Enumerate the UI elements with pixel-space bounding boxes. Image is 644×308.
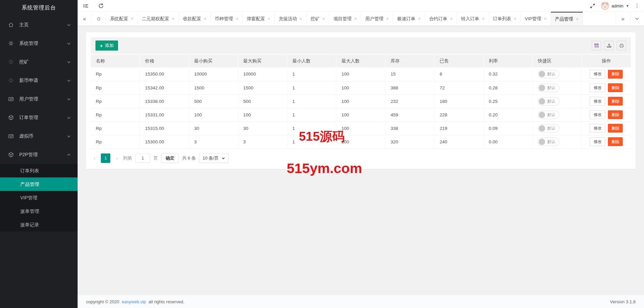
default-toggle[interactable]: 默认: [538, 84, 559, 92]
delete-button[interactable]: 删除: [608, 137, 623, 146]
collapse-sidebar-icon[interactable]: [83, 3, 89, 9]
delete-button[interactable]: 删除: [608, 70, 623, 79]
close-tab-icon[interactable]: ×: [268, 16, 270, 21]
cell-operations: 修改删除: [582, 81, 631, 94]
close-tab-icon[interactable]: ×: [450, 16, 453, 21]
goto-page-input[interactable]: [135, 153, 150, 163]
sidebar-subitem-order-list[interactable]: 订单列表: [0, 164, 78, 177]
default-toggle[interactable]: 默认: [538, 124, 559, 133]
close-tab-icon[interactable]: ×: [323, 16, 325, 21]
edit-button[interactable]: 修改: [590, 97, 605, 106]
tab-9[interactable]: 极速订单×: [393, 12, 425, 26]
close-tab-icon[interactable]: ×: [300, 16, 302, 21]
close-tab-icon[interactable]: ×: [172, 16, 175, 21]
close-tab-icon[interactable]: ×: [354, 16, 357, 21]
cube-icon: [8, 152, 14, 158]
confirm-page-button[interactable]: 确定: [161, 153, 179, 163]
edit-button[interactable]: 修改: [590, 70, 605, 79]
default-toggle[interactable]: 默认: [538, 138, 559, 146]
tab-10[interactable]: 合约订单×: [425, 12, 457, 26]
next-page-icon[interactable]: ›: [114, 155, 120, 161]
delete-button[interactable]: 删除: [608, 124, 623, 133]
tab-3[interactable]: 币种管理×: [211, 12, 243, 26]
sidebar-subitem-dispatch-record[interactable]: 派单记录: [0, 218, 78, 231]
delete-button[interactable]: 删除: [608, 83, 623, 92]
toggle-label: 默认: [545, 99, 558, 104]
cell-name: Rp: [91, 94, 140, 108]
close-tab-icon[interactable]: ×: [544, 16, 547, 21]
refresh-icon[interactable]: [98, 3, 104, 9]
tab-11[interactable]: 转入订单×: [457, 12, 489, 26]
sidebar-subitem-product-manage[interactable]: 产品管理: [0, 177, 78, 191]
tab-14[interactable]: 产品管理×: [551, 12, 583, 26]
sidebar-item-system[interactable]: 系统管理: [0, 34, 78, 53]
tab-13[interactable]: VIP管理×: [521, 12, 551, 26]
edit-button[interactable]: 修改: [590, 110, 605, 119]
table-row: Rp15331.0010010011004592280.20默认修改删除: [91, 108, 631, 121]
sidebar-item-mining[interactable]: 挖矿: [0, 53, 78, 71]
delete-button[interactable]: 删除: [608, 97, 623, 106]
tab-7[interactable]: 项目管理×: [329, 12, 361, 26]
default-toggle[interactable]: 默认: [538, 97, 559, 106]
tab-0[interactable]: 系统配置×: [106, 12, 138, 26]
column-filter-button[interactable]: [592, 41, 601, 50]
close-tab-icon[interactable]: ×: [236, 16, 239, 21]
tab-5[interactable]: 充值活动×: [275, 12, 307, 26]
close-tab-icon[interactable]: ×: [204, 16, 206, 21]
edit-button[interactable]: 修改: [590, 137, 605, 146]
close-tab-icon[interactable]: ×: [418, 16, 421, 21]
scroll-tabs-left-icon[interactable]: «: [78, 12, 92, 26]
table-row: Rp15350.00100001000011001560.32默认修改删除: [91, 67, 631, 81]
tab-label: 二元期权配置: [142, 16, 169, 22]
add-button[interactable]: + 添加: [95, 40, 118, 51]
edit-button[interactable]: 修改: [590, 83, 605, 92]
edit-button[interactable]: 修改: [590, 124, 605, 133]
chevron-down-icon: [67, 60, 71, 64]
more-options-icon[interactable]: ⋮: [635, 3, 639, 9]
scroll-tabs-right-icon[interactable]: »: [616, 12, 630, 26]
close-tab-icon[interactable]: ×: [482, 16, 485, 21]
sidebar-item-user-manage[interactable]: 用户管理: [0, 90, 78, 108]
top-header: admin ▼ ⋮: [78, 0, 644, 11]
table-row: Rp15300.003311003202400.00默认修改删除: [91, 135, 631, 148]
sidebar-item-label: 主页: [19, 22, 67, 28]
delete-button[interactable]: 删除: [608, 110, 623, 119]
user-menu[interactable]: admin ▼: [601, 2, 629, 10]
sidebar-item-home[interactable]: 主页: [0, 16, 78, 34]
close-tab-icon[interactable]: ×: [576, 17, 579, 22]
fullscreen-icon[interactable]: [590, 3, 595, 9]
default-toggle[interactable]: 默认: [538, 111, 559, 119]
print-button[interactable]: [617, 41, 626, 50]
export-button[interactable]: [604, 41, 614, 50]
page-size-select[interactable]: 10 条/页: [199, 153, 228, 163]
sidebar-item-order-manage[interactable]: 订单管理: [0, 108, 78, 127]
sidebar-item-virtual-coin[interactable]: 虚拟币: [0, 127, 78, 145]
cell-max_buy: 500: [238, 94, 287, 108]
chevron-down-icon: [67, 41, 71, 46]
sidebar-item-p2p-manage[interactable]: P2P管理: [0, 145, 78, 164]
cell-stock: 459: [385, 108, 435, 121]
copyright-link[interactable]: easyweb.vip: [122, 299, 146, 304]
sidebar-subitem-dispatch-manage[interactable]: 派单管理: [0, 204, 78, 218]
tab-6[interactable]: 挖矿×: [307, 12, 330, 26]
tab-label: 产品管理: [555, 16, 573, 22]
table-row: Rp15315.00303011003382190.09默认修改删除: [91, 121, 631, 135]
default-toggle[interactable]: 默认: [538, 70, 559, 78]
close-tab-icon[interactable]: ×: [131, 16, 134, 21]
tab-1[interactable]: 二元期权配置×: [138, 12, 179, 26]
current-page-button[interactable]: 1: [101, 153, 110, 163]
tab-2[interactable]: 收款配置×: [179, 12, 211, 26]
sidebar-subitem-vip-manage[interactable]: VIP管理: [0, 191, 78, 204]
close-tab-icon[interactable]: ×: [514, 16, 516, 21]
tab-12[interactable]: 订单列表×: [489, 12, 521, 26]
chevron-down-icon: [67, 116, 71, 120]
prev-page-icon[interactable]: ‹: [91, 155, 97, 161]
sidebar-item-new-coin[interactable]: 新币申请: [0, 71, 78, 90]
cell-quick-zone: 默认: [533, 67, 582, 81]
tab-4[interactable]: 弹窗配置×: [243, 12, 275, 26]
close-tab-icon[interactable]: ×: [386, 16, 389, 21]
tab-menu-icon[interactable]: [630, 12, 644, 26]
cell-quick-zone: 默认: [533, 121, 582, 135]
tab-8[interactable]: 用户管理×: [361, 12, 393, 26]
home-tab[interactable]: [92, 12, 106, 26]
